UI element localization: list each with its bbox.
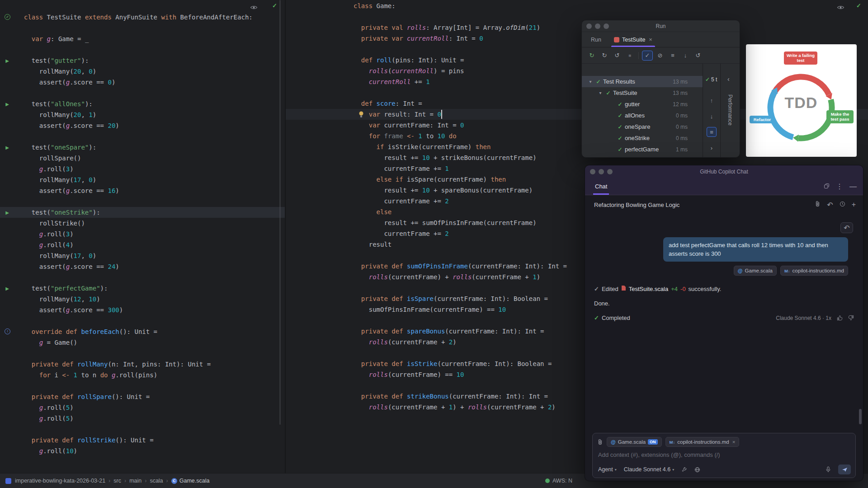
aws-status-label[interactable]: AWS: N (552, 478, 572, 484)
breadcrumb-item[interactable]: imperative-bowling-kata-2026-03-21 (15, 478, 105, 484)
navigate-up-icon[interactable]: ↑ (707, 95, 717, 105)
code-line[interactable]: assert(g.score == 20) (0, 120, 285, 131)
code-line[interactable] (0, 88, 285, 99)
minimize-panel-icon[interactable]: — (849, 183, 857, 191)
inspections-ok-icon[interactable]: ✓ (856, 2, 861, 9)
chevron-down-icon[interactable]: ▾ (596, 90, 604, 95)
mic-icon[interactable] (826, 466, 831, 473)
run-test-icon[interactable]: ▶ (4, 100, 11, 108)
code-line[interactable]: g.roll(5) (0, 402, 285, 413)
open-in-editor-icon[interactable] (824, 183, 830, 191)
new-chat-icon[interactable]: + (852, 201, 856, 209)
code-line[interactable]: test("oneSpare"): (0, 142, 285, 153)
code-line[interactable]: override def beforeEach(): Unit = (0, 326, 285, 337)
thumbs-down-icon[interactable] (848, 315, 854, 321)
chevron-down-icon[interactable]: ▾ (586, 79, 594, 84)
test-tree-row[interactable]: ▾✓TestSuite13 ms (582, 87, 703, 99)
tab-performance[interactable]: Performance (727, 94, 733, 126)
close-icon[interactable]: × (732, 439, 736, 445)
code-line[interactable]: rollMany(17, 0) (0, 174, 285, 185)
code-line[interactable]: private val rolls: Array[Int] = Array.of… (286, 22, 868, 33)
collapse-icon[interactable]: ↓ (680, 51, 691, 61)
globe-icon[interactable] (694, 467, 700, 473)
editor-testsuite[interactable]: class TestSuite extends AnyFunSuite with… (0, 0, 285, 473)
context-chip[interactable]: @Game.scala (734, 266, 777, 276)
code-line[interactable] (0, 44, 285, 55)
code-line[interactable]: g.roll(4) (0, 239, 285, 250)
code-line[interactable]: class Game: (286, 0, 868, 11)
run-test-icon[interactable]: ▶ (4, 143, 11, 151)
minimize-button[interactable] (595, 23, 600, 29)
code-line[interactable]: rollMany(12, 10) (0, 294, 285, 305)
run-test-icon[interactable]: ▶ (4, 284, 11, 292)
auto-test-icon[interactable]: ↺ (612, 51, 623, 61)
code-area-testsuite[interactable]: class TestSuite extends AnyFunSuite with… (0, 12, 285, 456)
code-line[interactable] (0, 380, 285, 391)
tools-icon[interactable] (681, 467, 687, 473)
model-selector[interactable]: Claude Sonnet 4.6▾ (624, 466, 675, 473)
chat-input-box[interactable]: @Game.scalaONM↓copilot-instructions.md× … (592, 433, 856, 478)
breadcrumb-item[interactable]: scala (150, 478, 163, 484)
editor-scrollbar[interactable] (279, 0, 281, 425)
breadcrumb-item[interactable]: Game.scala (179, 478, 210, 484)
tab-chat[interactable]: Chat (595, 178, 607, 195)
copilot-titlebar[interactable]: GitHub Copilot Chat (585, 165, 863, 178)
close-button[interactable] (590, 169, 595, 174)
code-line[interactable]: rollMany(17, 0) (0, 250, 285, 261)
test-tree-row[interactable]: ✓oneSpare0 ms (582, 121, 703, 132)
context-chip[interactable]: @Game.scalaON (607, 437, 662, 447)
history-icon[interactable] (840, 201, 845, 209)
breadcrumb-item[interactable]: src (113, 478, 121, 484)
code-line[interactable]: assert(g.score == 24) (0, 261, 285, 272)
code-line[interactable] (0, 272, 285, 283)
context-chip[interactable]: M↓copilot-instructions.md× (665, 437, 740, 447)
minimize-button[interactable] (599, 169, 604, 174)
code-line[interactable] (0, 315, 285, 326)
send-button[interactable] (838, 465, 851, 474)
code-line[interactable] (0, 348, 285, 359)
run-window-titlebar[interactable]: Run (582, 20, 740, 32)
undo-edit-button[interactable]: ↶ (840, 222, 853, 233)
run-test-icon[interactable]: ▶ (4, 56, 11, 65)
collapse-panel-icon[interactable]: ‹ (727, 75, 730, 83)
test-passed-gutter-icon[interactable]: ✓ (5, 14, 10, 20)
thumbs-up-icon[interactable] (837, 315, 843, 321)
code-line[interactable]: private var currentRoll: Int = 0 (286, 33, 868, 44)
inspections-ok-icon[interactable]: ✓ (272, 2, 277, 9)
code-line[interactable]: assert(g.score == 16) (0, 185, 285, 196)
test-tree-row[interactable]: ✓perfectGame1 ms (582, 144, 703, 155)
kebab-icon[interactable]: ⋮ (836, 182, 843, 191)
mode-selector[interactable]: Agent▾ (598, 466, 617, 473)
code-line[interactable]: rollSpare() (0, 153, 285, 164)
code-line[interactable]: for i <- 1 to n do g.roll(pins) (0, 370, 285, 380)
show-passed-icon[interactable]: ✓ (642, 51, 653, 61)
overridden-method-icon[interactable]: ↑ (5, 328, 10, 334)
code-line[interactable]: g = Game() (0, 337, 285, 348)
code-line[interactable]: g.roll(5) (0, 413, 285, 424)
filter-icon[interactable]: ≡ (707, 127, 717, 137)
attach-icon[interactable] (597, 439, 603, 445)
code-line[interactable]: g.roll(10) (0, 446, 285, 456)
sort-icon[interactable]: ≡ (667, 51, 678, 61)
code-line[interactable]: assert(g.score == 300) (0, 305, 285, 315)
code-line[interactable]: var g: Game = _ (0, 33, 285, 44)
expand-icon[interactable]: › (707, 143, 717, 153)
edited-file-name[interactable]: TestSuite.scala (629, 286, 668, 292)
code-line[interactable]: private def rollSpare(): Unit = (0, 391, 285, 402)
code-line[interactable] (0, 131, 285, 142)
code-line[interactable]: private def rollMany(n: Int, pins: Int):… (0, 359, 285, 370)
code-line[interactable]: rollMany(20, 1) (0, 109, 285, 120)
stop-icon[interactable]: ■ (624, 51, 635, 61)
code-line[interactable]: test("gutter"): (0, 55, 285, 66)
code-line[interactable]: rollStrike() (0, 218, 285, 229)
code-line[interactable]: g.roll(3) (0, 164, 285, 174)
test-tree-row[interactable]: ✓allOnes0 ms (582, 110, 703, 121)
scrollbar-thumb[interactable] (859, 409, 862, 424)
editor-split-divider[interactable] (285, 0, 286, 473)
close-button[interactable] (586, 23, 592, 29)
test-tree-row[interactable]: ✓gutter12 ms (582, 99, 703, 110)
test-tree-row[interactable]: ✓oneStrike0 ms (582, 132, 703, 144)
code-line[interactable]: assert(g.score == 0) (0, 77, 285, 88)
chat-input-placeholder[interactable]: Add context (#), extensions (@), command… (598, 451, 720, 458)
close-tab-icon[interactable]: × (649, 36, 652, 43)
